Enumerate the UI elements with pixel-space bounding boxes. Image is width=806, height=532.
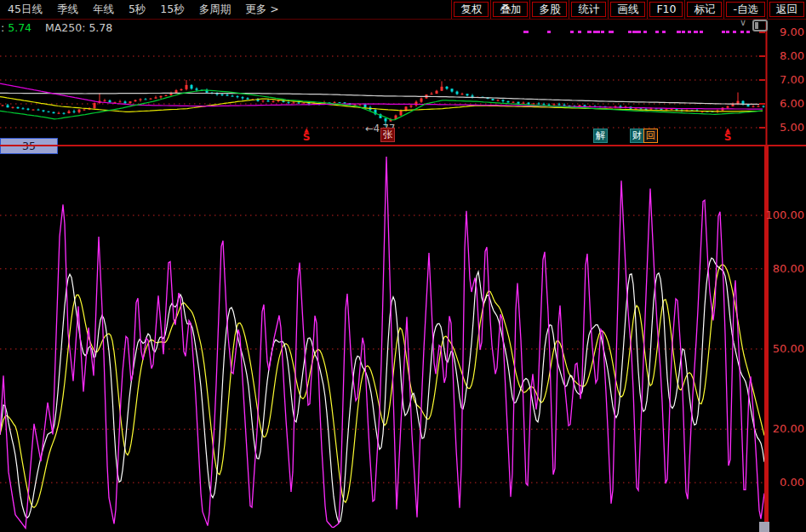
event-badge[interactable]: 回 bbox=[643, 129, 658, 143]
period-item-more[interactable]: 更多 > bbox=[245, 3, 278, 17]
oscillator-pane bbox=[0, 157, 764, 529]
toolbar-separator bbox=[0, 19, 806, 20]
j-line bbox=[0, 157, 764, 529]
sell-glyph: S bbox=[722, 133, 734, 142]
toolbar-divider bbox=[684, 0, 685, 19]
ma-green-line bbox=[0, 90, 763, 120]
event-badge[interactable]: 张 bbox=[380, 128, 395, 142]
period-item-5sec[interactable]: 5秒 bbox=[129, 3, 146, 17]
toolbar: 45日线 季线 年线 5秒 15秒 多周期 更多 > 复权 叠加 多股 统计 画… bbox=[0, 0, 806, 19]
panel-toggle-icon[interactable] bbox=[752, 20, 768, 31]
chart-canvas[interactable] bbox=[0, 0, 806, 532]
ma250-label: MA250: bbox=[45, 21, 85, 34]
multi-stock-button[interactable]: 多股 bbox=[532, 2, 567, 17]
period-menu: 45日线 季线 年线 5秒 15秒 多周期 更多 > bbox=[0, 3, 279, 17]
toolbar-divider bbox=[451, 0, 452, 19]
ma-short-prefix: : bbox=[1, 21, 4, 34]
statistics-button[interactable]: 统计 bbox=[571, 2, 606, 17]
osc-axis-label: 80.00 bbox=[757, 262, 804, 275]
toolbar-divider bbox=[767, 0, 768, 19]
osc-axis-label: 0.00 bbox=[757, 476, 804, 489]
ma-short-value: 5.74 bbox=[8, 21, 31, 34]
osc-axis-label: 100.00 bbox=[757, 209, 804, 221]
toolbar-actions: 复权 叠加 多股 统计 画线 F10 标记 -自选 返回 bbox=[451, 0, 806, 19]
f10-button[interactable]: F10 bbox=[649, 2, 683, 17]
toolbar-divider bbox=[569, 0, 569, 19]
period-item-45day[interactable]: 45日线 bbox=[8, 3, 43, 17]
period-item-quarter[interactable]: 季线 bbox=[57, 3, 78, 17]
sell-glyph: S bbox=[300, 133, 312, 142]
d-line bbox=[0, 265, 764, 507]
back-button[interactable]: 返回 bbox=[769, 2, 804, 17]
price-axis-label: 5.00 bbox=[757, 121, 804, 134]
ma250-value: 5.78 bbox=[89, 21, 112, 34]
remove-watchlist-button[interactable]: -自选 bbox=[726, 2, 765, 17]
event-badge[interactable]: 解 bbox=[593, 129, 608, 143]
indicator-values: : 5.74 MA250: 5.78 bbox=[1, 21, 112, 34]
overlay-button[interactable]: 叠加 bbox=[493, 2, 528, 17]
period-item-15sec[interactable]: 15秒 bbox=[160, 3, 184, 17]
chevron-down-icon[interactable]: ∨ bbox=[740, 18, 746, 28]
candlestick-pane bbox=[0, 80, 765, 127]
draw-line-button[interactable]: 画线 bbox=[610, 2, 645, 17]
sell-signal-marker: ▲S bbox=[722, 128, 734, 142]
event-badge[interactable]: 财 bbox=[630, 129, 644, 143]
toolbar-divider bbox=[490, 0, 491, 19]
period-item-multiperiod[interactable]: 多周期 bbox=[199, 3, 232, 17]
toolbar-divider bbox=[529, 0, 530, 19]
toolbar-divider bbox=[723, 0, 724, 19]
osc-axis-label: 20.00 bbox=[757, 422, 804, 435]
app-window: 45日线 季线 年线 5秒 15秒 多周期 更多 > 复权 叠加 多股 统计 画… bbox=[0, 0, 806, 532]
price-axis-label: 6.00 bbox=[757, 97, 804, 110]
period-item-year[interactable]: 年线 bbox=[93, 3, 114, 17]
mark-button[interactable]: 标记 bbox=[687, 2, 722, 17]
resize-grip[interactable] bbox=[759, 522, 769, 532]
toolbar-divider bbox=[608, 0, 609, 19]
toolbar-divider bbox=[647, 0, 648, 19]
pane-divider[interactable] bbox=[0, 145, 806, 146]
restore-rights-button[interactable]: 复权 bbox=[454, 2, 489, 17]
sell-signal-marker: ▲S bbox=[300, 128, 312, 142]
price-axis-label: 8.00 bbox=[757, 49, 804, 62]
osc-axis-label: 50.00 bbox=[757, 342, 804, 355]
price-axis-label: 7.00 bbox=[757, 73, 804, 86]
